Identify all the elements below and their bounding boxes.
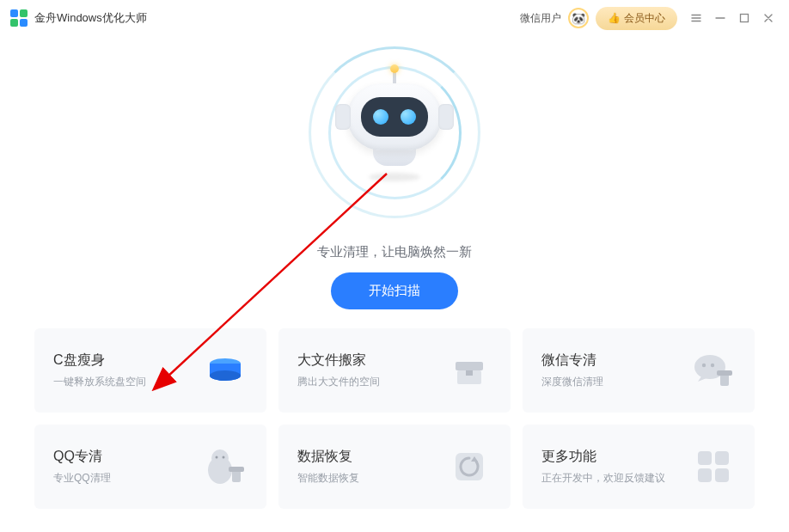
svg-rect-17: [229, 467, 244, 472]
card-subtitle: 专业QQ清理: [53, 471, 111, 486]
svg-point-15: [223, 456, 225, 459]
card-title: 大文件搬家: [297, 352, 380, 370]
chat-clean-icon: [691, 348, 736, 393]
svg-point-9: [711, 364, 714, 367]
card-subtitle: 正在开发中，欢迎反馈建议: [541, 471, 665, 486]
grid-more-icon: [691, 444, 736, 489]
card-subtitle: 一键释放系统盘空间: [53, 375, 146, 389]
card-subtitle: 深度微信清理: [541, 375, 603, 389]
svg-point-14: [216, 456, 218, 459]
svg-rect-19: [698, 451, 712, 465]
card-subtitle: 腾出大文件的空间: [297, 375, 380, 389]
card-data-recovery[interactable]: 数据恢复 智能数据恢复: [278, 425, 511, 509]
minimize-button[interactable]: [710, 8, 731, 28]
close-button[interactable]: [758, 8, 779, 28]
vip-center-button[interactable]: 👍 会员中心: [596, 7, 677, 30]
svg-point-13: [211, 449, 229, 467]
card-big-file-move[interactable]: 大文件搬家 腾出大文件的空间: [278, 328, 511, 413]
disk-drive-icon: [203, 348, 248, 393]
svg-rect-4: [456, 362, 483, 370]
svg-rect-16: [232, 470, 241, 482]
feature-grid: C盘瘦身 一键释放系统盘空间 大文件搬家 腾出大文件的空间 微信专清: [0, 328, 789, 509]
maximize-button[interactable]: [734, 8, 755, 28]
app-logo-icon: [10, 9, 28, 27]
svg-rect-0: [741, 15, 749, 22]
svg-rect-10: [720, 374, 729, 386]
card-more-features[interactable]: 更多功能 正在开发中，欢迎反馈建议: [523, 425, 755, 509]
card-title: 更多功能: [541, 448, 665, 466]
card-c-drive-slim[interactable]: C盘瘦身 一键释放系统盘空间: [34, 328, 266, 413]
tagline: 专业清理，让电脑焕然一新: [317, 244, 472, 260]
app-title: 金舟Windows优化大师: [34, 10, 520, 26]
card-title: 微信专清: [541, 352, 603, 370]
user-label: 微信用户: [520, 11, 561, 26]
card-subtitle: 智能数据恢复: [297, 471, 359, 486]
thumbs-up-icon: 👍: [608, 12, 621, 24]
menu-button[interactable]: [686, 8, 706, 28]
recovery-icon: [447, 444, 492, 489]
penguin-clean-icon: [203, 444, 248, 489]
card-title: C盘瘦身: [53, 352, 146, 370]
svg-rect-22: [715, 468, 729, 482]
user-avatar[interactable]: 🐼: [568, 8, 589, 28]
svg-rect-6: [466, 370, 473, 376]
svg-rect-21: [698, 468, 712, 482]
card-wechat-clean[interactable]: 微信专清 深度微信清理: [523, 328, 755, 413]
titlebar: 金舟Windows优化大师 微信用户 🐼 👍 会员中心: [0, 0, 789, 36]
svg-rect-11: [717, 370, 732, 376]
svg-point-8: [702, 364, 706, 367]
start-scan-button[interactable]: 开始扫描: [331, 272, 458, 309]
vip-label: 会员中心: [624, 11, 665, 26]
card-qq-clean[interactable]: QQ专清 专业QQ清理: [34, 425, 266, 509]
box-icon: [447, 348, 492, 393]
card-title: 数据恢复: [297, 448, 359, 466]
svg-rect-20: [715, 451, 729, 465]
robot-illustration: [300, 38, 489, 227]
svg-point-3: [210, 370, 241, 381]
hero-section: 专业清理，让电脑焕然一新 开始扫描: [0, 36, 789, 328]
card-title: QQ专清: [53, 448, 111, 466]
